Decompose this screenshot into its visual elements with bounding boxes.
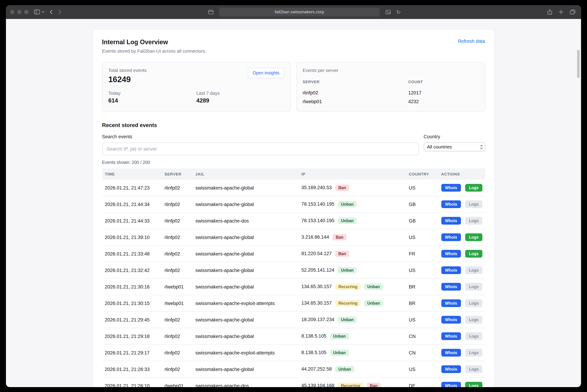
event-actions: Whois Logs xyxy=(438,246,485,262)
logs-button[interactable]: Logs xyxy=(465,184,482,192)
event-ip: 44.207.252.58 xyxy=(301,366,332,372)
whois-button[interactable]: Whois xyxy=(441,283,461,290)
logs-button[interactable]: Logs xyxy=(465,283,482,290)
logs-button[interactable]: Logs xyxy=(465,250,482,258)
page-title: Internal Log Overview xyxy=(102,38,206,46)
logs-button[interactable]: Logs xyxy=(465,266,482,274)
country-label: Country xyxy=(424,134,485,139)
total-events-label: Total stored events xyxy=(108,68,147,73)
event-jail: swissmakers-apache-global xyxy=(193,196,299,212)
logs-button[interactable]: Logs xyxy=(465,217,482,224)
event-actions: Whois Logs xyxy=(438,344,485,361)
whois-button[interactable]: Whois xyxy=(441,234,461,241)
events-shown-text: Events shown: 200 / 200 xyxy=(102,160,485,165)
whois-button[interactable]: Whois xyxy=(441,250,461,258)
event-row: 2026.01.21, 21:29:45 rlinfp02 swissmaker… xyxy=(102,312,485,328)
event-server: rlinfp02 xyxy=(162,180,193,196)
page-icon[interactable] xyxy=(208,10,213,14)
whois-button[interactable]: Whois xyxy=(441,217,461,224)
search-input[interactable] xyxy=(102,142,419,155)
event-time: 2026.01.21, 21:30:16 xyxy=(102,278,162,295)
event-server: rlinfp02 xyxy=(162,344,193,361)
logs-button[interactable]: Logs xyxy=(465,200,482,208)
page-content: Internal Log Overview Events stored by F… xyxy=(6,19,581,387)
event-row: 2026.01.21, 21:30:15 rlwebp01 swissmaker… xyxy=(102,295,485,312)
whois-button[interactable]: Whois xyxy=(441,349,461,356)
url-text: fail2ban.swissmakers.corp xyxy=(275,10,324,14)
week-value: 4289 xyxy=(196,97,285,104)
desktop: fail2ban.swissmakers.corp ↻ xyxy=(0,0,587,392)
event-row: 2026.01.21, 21:44:33 rlinfp02 swissmaker… xyxy=(102,212,485,229)
logs-button[interactable]: Logs xyxy=(465,365,482,373)
whois-button[interactable]: Whois xyxy=(441,266,461,274)
event-server: rlwebp01 xyxy=(162,278,193,295)
event-server: rlinfp02 xyxy=(162,246,193,262)
event-time: 2026.01.21, 21:32:42 xyxy=(102,262,162,278)
tabs-overview-icon[interactable] xyxy=(570,10,575,14)
refresh-data-link[interactable]: Refresh data xyxy=(458,38,485,44)
whois-button[interactable]: Whois xyxy=(441,200,461,208)
event-server: rlinfp02 xyxy=(162,312,193,328)
whois-button[interactable]: Whois xyxy=(441,299,461,307)
close-button[interactable] xyxy=(10,10,15,14)
logs-button[interactable]: Logs xyxy=(465,299,482,307)
badge-unban: Unban xyxy=(338,201,357,208)
per-server-row: rlinfp02 12017 xyxy=(303,88,479,97)
event-server: rlinfp02 xyxy=(162,328,193,344)
main-card: Internal Log Overview Events stored by F… xyxy=(93,30,494,387)
event-actions: Whois Logs xyxy=(438,212,485,229)
event-ip-cell: 35.169.240.53Ban xyxy=(299,180,406,196)
new-tab-button[interactable] xyxy=(558,10,563,14)
event-ip-cell: 81.220.54.127Ban xyxy=(299,246,406,262)
event-time: 2026.01.21, 21:33:48 xyxy=(102,246,162,262)
event-ip: 8.138.5.105 xyxy=(301,350,326,355)
forward-button[interactable] xyxy=(58,10,62,14)
zoom-button[interactable] xyxy=(24,10,29,14)
event-ip: 8.138.5.105 xyxy=(301,334,326,339)
badge-unban: Unban xyxy=(335,366,354,372)
badge-recurring: Recurring xyxy=(335,284,361,290)
back-button[interactable] xyxy=(50,10,53,14)
whois-button[interactable]: Whois xyxy=(441,184,461,192)
col-ip: IP xyxy=(299,168,406,180)
event-jail: swissmakers-apache-global xyxy=(193,229,299,246)
event-time: 2026.01.21, 21:26:33 xyxy=(102,361,162,378)
event-ip-cell: 78.153.140.195Unban xyxy=(299,212,406,229)
event-actions: Whois Logs xyxy=(438,278,485,295)
translate-icon[interactable] xyxy=(385,10,391,14)
logs-button[interactable]: Logs xyxy=(465,234,482,241)
event-actions: Whois Logs xyxy=(438,229,485,246)
badge-unban: Unban xyxy=(338,218,357,224)
address-bar[interactable]: fail2ban.swissmakers.corp xyxy=(219,8,380,16)
week-label: Last 7 days xyxy=(196,90,285,96)
whois-button[interactable]: Whois xyxy=(441,382,461,387)
server-count: 12017 xyxy=(408,90,479,96)
minimize-button[interactable] xyxy=(17,10,22,14)
stats-row: Total stored events 16249 Open insights … xyxy=(102,62,485,112)
share-icon[interactable] xyxy=(547,9,552,15)
event-country: CN xyxy=(406,344,438,361)
reload-icon[interactable]: ↻ xyxy=(396,9,401,14)
country-select[interactable]: All countries xyxy=(424,142,485,151)
logs-button[interactable]: Logs xyxy=(465,382,482,387)
event-ip-cell: 18.209.137.234Unban xyxy=(299,312,406,328)
logs-button[interactable]: Logs xyxy=(465,332,482,340)
scrollbar-thumb[interactable] xyxy=(577,50,580,78)
open-insights-button[interactable]: Open insights xyxy=(248,68,284,78)
event-ip-cell: 44.207.252.58Unban xyxy=(299,361,406,378)
whois-button[interactable]: Whois xyxy=(441,316,461,324)
logs-button[interactable]: Logs xyxy=(465,316,482,324)
event-country: DE xyxy=(406,378,438,387)
whois-button[interactable]: Whois xyxy=(441,365,461,373)
sidebar-toggle[interactable] xyxy=(34,10,45,14)
event-jail: swissmakers-apache-global xyxy=(193,246,299,262)
event-country: US xyxy=(406,262,438,278)
col-jail: JAIL xyxy=(193,168,299,180)
whois-button[interactable]: Whois xyxy=(441,332,461,340)
search-events-label: Search events xyxy=(102,134,419,139)
event-ip: 45.139.104.168 xyxy=(301,383,334,387)
event-time: 2026.01.21, 21:26:10 xyxy=(102,378,162,387)
logs-button[interactable]: Logs xyxy=(465,349,482,356)
badge-unban: Unban xyxy=(364,300,383,306)
event-actions: Whois Logs xyxy=(438,262,485,278)
